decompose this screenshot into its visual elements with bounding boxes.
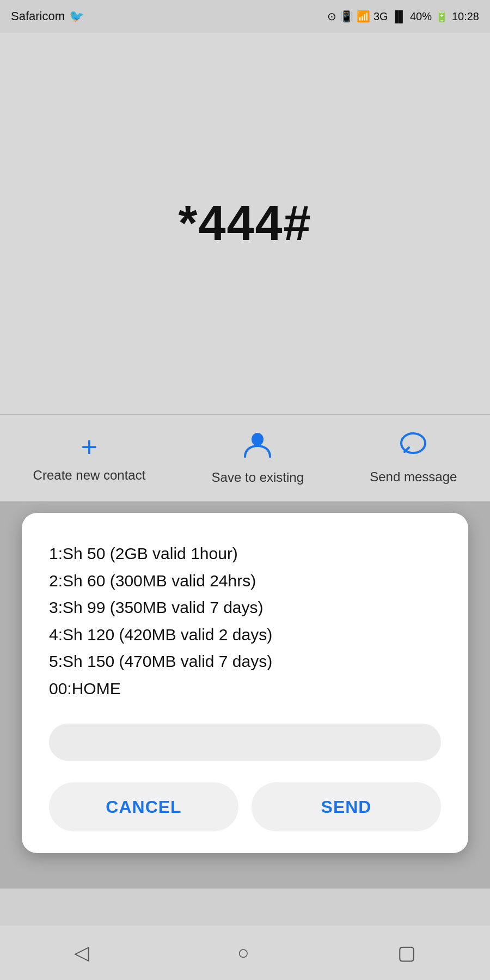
carrier-name: Safaricom: [11, 9, 65, 23]
battery-percentage: 40%: [410, 10, 432, 23]
back-icon[interactable]: ◁: [74, 941, 89, 964]
action-bar: + Create new contact Save to existing Se…: [0, 415, 490, 502]
signal-type: 3G: [373, 10, 388, 23]
dialog-line-5: 5:Sh 150 (470MB valid 7 days): [49, 648, 441, 675]
ussd-response-input[interactable]: [65, 733, 425, 751]
recents-icon[interactable]: ▢: [397, 941, 416, 964]
person-icon: [244, 431, 271, 463]
send-button[interactable]: SEND: [252, 782, 441, 831]
dialog-line-4: 4:Sh 120 (420MB valid 2 days): [49, 621, 441, 648]
sim-icon: ⊙: [327, 10, 336, 23]
dialog-line-3: 3:Sh 99 (350MB valid 7 days): [49, 594, 441, 621]
main-display: *444#: [0, 33, 490, 414]
dialog-line-6: 00:HOME: [49, 675, 441, 702]
send-message-label: Send message: [370, 469, 457, 485]
dialog-line-1: 1:Sh 50 (2GB valid 1hour): [49, 540, 441, 567]
create-new-contact-item[interactable]: + Create new contact: [33, 433, 146, 483]
phone-number: *444#: [178, 195, 311, 252]
create-new-contact-label: Create new contact: [33, 468, 146, 483]
dialog-input-wrapper: [49, 724, 441, 761]
ussd-dialog: 1:Sh 50 (2GB valid 1hour) 2:Sh 60 (300MB…: [22, 513, 468, 853]
cancel-button[interactable]: CANCEL: [49, 782, 238, 831]
battery-icon: 🔋: [435, 10, 449, 23]
status-left: Safaricom 🐦: [11, 9, 84, 23]
dialog-buttons: CANCEL SEND: [49, 782, 441, 831]
home-icon[interactable]: ○: [237, 941, 249, 964]
save-to-existing-item[interactable]: Save to existing: [212, 431, 304, 485]
dialog-overlay: 1:Sh 50 (2GB valid 1hour) 2:Sh 60 (300MB…: [0, 502, 490, 889]
send-message-item[interactable]: Send message: [370, 431, 457, 485]
dialog-content: 1:Sh 50 (2GB valid 1hour) 2:Sh 60 (300MB…: [49, 540, 441, 702]
time-display: 10:28: [452, 10, 479, 23]
vibrate-icon: 📳: [340, 10, 353, 23]
dialog-line-2: 2:Sh 60 (300MB valid 24hrs): [49, 567, 441, 595]
status-bar: Safaricom 🐦 ⊙ 📳 📶 3G ▐▌ 40% 🔋 10:28: [0, 0, 490, 33]
nav-bar: ◁ ○ ▢: [0, 926, 490, 980]
add-contact-icon: +: [81, 433, 97, 461]
chat-icon: [399, 431, 427, 463]
status-right: ⊙ 📳 📶 3G ▐▌ 40% 🔋 10:28: [327, 10, 479, 23]
save-to-existing-label: Save to existing: [212, 470, 304, 485]
svg-point-0: [252, 433, 264, 446]
twitter-icon: 🐦: [69, 9, 84, 23]
signal-bars: ▐▌: [391, 10, 407, 23]
wifi-icon: 📶: [357, 10, 370, 23]
